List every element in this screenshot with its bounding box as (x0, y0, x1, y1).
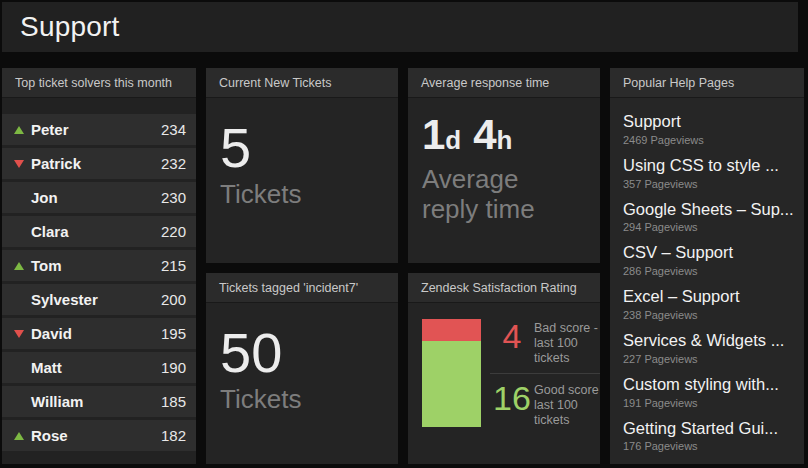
help-page-item: Excel – Support 238 Pageviews (623, 287, 794, 321)
help-page-title: Excel – Support (623, 287, 794, 307)
satisfaction-bad-row: 4 Bad score - last 100 tickets (490, 319, 600, 373)
trend-down-icon (14, 330, 24, 338)
leaderboard-row-peter: Peter 234 (2, 114, 196, 145)
solver-count: 195 (161, 325, 186, 342)
solver-name: Jon (31, 189, 58, 206)
panel-title-satisfaction-rating: Zendesk Satisfaction Rating (408, 273, 600, 303)
solver-name: David (31, 325, 72, 342)
help-page-item: Support 2469 Pageviews (623, 112, 794, 146)
help-page-views: 227 Pageviews (623, 353, 794, 365)
help-page-title: Google Sheets – Sup... (623, 200, 794, 220)
response-days-unit: d (445, 125, 461, 155)
satisfaction-divider (490, 373, 600, 374)
panel-title-average-response-time: Average response time (408, 68, 600, 98)
help-page-item: CSV – Support 286 Pageviews (623, 243, 794, 277)
help-page-title: Using CSS to style ... (623, 156, 794, 176)
solver-name: Matt (31, 359, 62, 376)
solver-name: Clara (31, 223, 69, 240)
trend-down-icon (14, 160, 24, 168)
solver-count: 182 (161, 427, 186, 444)
panel-title-top-ticket-solvers: Top ticket solvers this month (2, 68, 196, 98)
panel-average-response-time: Average response time 1d4h Average reply… (408, 68, 600, 263)
help-page-item: Google Sheets – Sup... 294 Pageviews (623, 200, 794, 234)
satisfaction-bar-good-segment (422, 341, 481, 427)
solver-count: 230 (161, 189, 186, 206)
leaderboard-row-clara: Clara 220 (2, 216, 196, 247)
current-new-tickets-label: Tickets (220, 180, 384, 209)
leaderboard-row-rose: Rose 182 (2, 420, 196, 451)
trend-up-icon (14, 432, 24, 440)
satisfaction-bar-bad-segment (422, 319, 481, 341)
help-page-views: 286 Pageviews (623, 265, 794, 277)
help-page-title: Getting Started Gui... (623, 419, 794, 439)
leaderboard-row-patrick: Patrick 232 (2, 148, 196, 179)
support-dashboard: Support Top ticket solvers this month Pe… (0, 0, 808, 468)
good-score-value: 16 (490, 381, 534, 417)
help-page-item: Using CSS to style ... 357 Pageviews (623, 156, 794, 190)
solver-count: 190 (161, 359, 186, 376)
leaderboard-row-sylvester: Sylvester 200 (2, 284, 196, 315)
help-page-views: 2469 Pageviews (623, 134, 794, 146)
panel-satisfaction-rating: Zendesk Satisfaction Rating 4 Bad score … (408, 273, 600, 464)
help-page-title: Support (623, 112, 794, 132)
help-page-views: 191 Pageviews (623, 397, 794, 409)
solver-name: Sylvester (31, 291, 98, 308)
solver-count: 232 (161, 155, 186, 172)
satisfaction-good-row: 16 Good score - last 100 tickets (490, 381, 600, 435)
help-page-views: 176 Pageviews (623, 440, 794, 452)
solver-count: 220 (161, 223, 186, 240)
current-new-tickets-value: 5 (220, 118, 384, 178)
panel-popular-help-pages: Popular Help Pages Support 2469 Pageview… (610, 68, 804, 464)
leaderboard-row-tom: Tom 215 (2, 250, 196, 281)
panel-title-incident7-tickets: Tickets tagged 'incident7' (206, 273, 398, 303)
bad-score-label: Bad score - last 100 tickets (534, 319, 600, 366)
incident7-tickets-value: 50 (220, 323, 384, 383)
help-page-views: 357 Pageviews (623, 178, 794, 190)
trend-up-icon (14, 126, 24, 134)
help-page-item: Custom styling with... 191 Pageviews (623, 375, 794, 409)
solver-count: 200 (161, 291, 186, 308)
leaderboard-row-david: David 195 (2, 318, 196, 349)
response-hours-unit: h (497, 125, 513, 155)
satisfaction-stacked-bar (422, 319, 481, 427)
help-pages-list: Support 2469 Pageviews Using CSS to styl… (610, 98, 804, 452)
panel-title-popular-help-pages: Popular Help Pages (610, 68, 804, 98)
solver-count: 215 (161, 257, 186, 274)
help-page-views: 238 Pageviews (623, 309, 794, 321)
bad-score-value: 4 (490, 319, 534, 355)
dashboard-header: Support (2, 2, 798, 52)
page-title: Support (20, 11, 119, 43)
good-score-label: Good score - last 100 tickets (534, 381, 600, 428)
help-page-title: Custom styling with... (623, 375, 794, 395)
solver-name: Tom (31, 257, 62, 274)
panel-top-ticket-solvers: Top ticket solvers this month Peter 234 … (2, 68, 196, 464)
trend-up-icon (14, 262, 24, 270)
average-response-value: 1d4h (422, 114, 586, 156)
response-days-value: 1 (422, 111, 445, 158)
help-page-item: Getting Started Gui... 176 Pageviews (623, 419, 794, 453)
solver-name: Peter (31, 121, 69, 138)
help-page-views: 294 Pageviews (623, 221, 794, 233)
solver-name: Patrick (31, 155, 81, 172)
solver-count: 185 (161, 393, 186, 410)
leaderboard-row-jon: Jon 230 (2, 182, 196, 213)
panel-incident7-tickets: Tickets tagged 'incident7' 50 Tickets (206, 273, 398, 464)
help-page-title: CSV – Support (623, 243, 794, 263)
incident7-tickets-label: Tickets (220, 385, 384, 414)
leaderboard-row-matt: Matt 190 (2, 352, 196, 383)
leaderboard-list: Peter 234 Patrick 232 Jon 230 Clara 220 … (2, 98, 196, 451)
average-response-label: Average reply time (422, 165, 580, 225)
solver-count: 234 (161, 121, 186, 138)
response-hours-value: 4 (473, 111, 496, 158)
help-page-item: Services & Widgets ... 227 Pageviews (623, 331, 794, 365)
panel-title-current-new-tickets: Current New Tickets (206, 68, 398, 98)
leaderboard-row-william: William 185 (2, 386, 196, 417)
help-page-title: Services & Widgets ... (623, 331, 794, 351)
panel-current-new-tickets: Current New Tickets 5 Tickets (206, 68, 398, 263)
solver-name: William (31, 393, 83, 410)
solver-name: Rose (31, 427, 68, 444)
